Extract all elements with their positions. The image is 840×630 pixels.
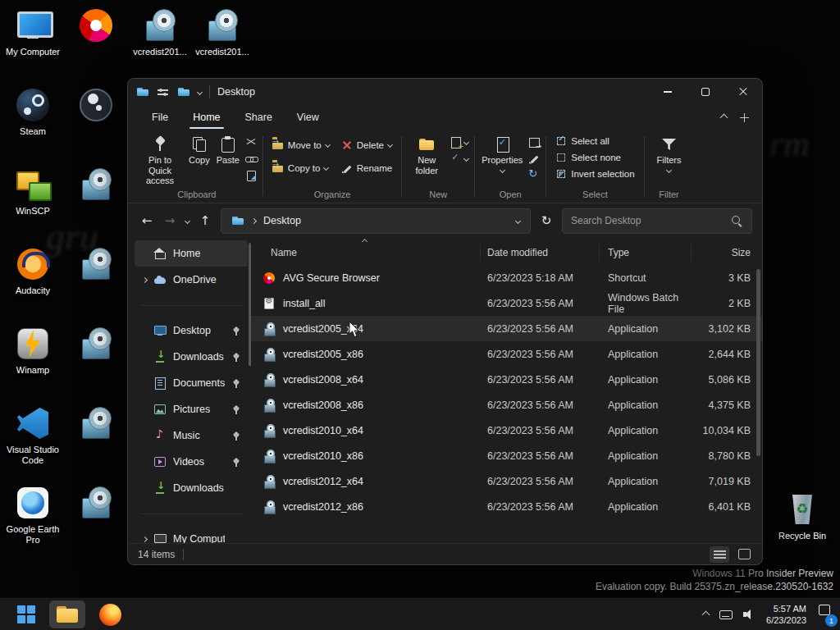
file-row[interactable]: vcredist2008_x64 6/23/2023 5:56 AM Appli… <box>251 367 762 392</box>
file-row[interactable]: vcredist2008_x86 6/23/2023 5:56 AM Appli… <box>251 392 762 418</box>
file-row[interactable]: vcredist2012_x64 6/23/2023 5:56 AM Appli… <box>251 468 762 494</box>
forward-button[interactable]: → <box>162 213 177 228</box>
sidebar-item[interactable]: OneDrive <box>135 267 248 293</box>
desktop-icon[interactable]: Visual Studio Code <box>2 401 64 481</box>
thumbnails-view-button[interactable] <box>734 546 754 563</box>
file-list-scrollbar[interactable] <box>756 269 760 456</box>
sidebar-item[interactable]: My Computer <box>135 526 248 543</box>
file-row[interactable]: vcredist2010_x64 6/23/2023 5:56 AM Appli… <box>251 418 762 443</box>
address-bar[interactable]: Desktop <box>221 208 531 234</box>
search-icon[interactable] <box>731 215 743 227</box>
file-row[interactable]: vcredist2010_x86 6/23/2023 5:56 AM Appli… <box>251 443 762 468</box>
taskbar-file-explorer-button[interactable] <box>49 600 85 628</box>
paste-shortcut-icon[interactable] <box>245 169 257 180</box>
ribbon-tab[interactable]: File <box>139 105 180 130</box>
quick-access-chevron-icon[interactable] <box>197 89 203 94</box>
minimize-button[interactable] <box>649 79 687 105</box>
move-to-button[interactable]: Move to <box>268 135 334 155</box>
taskbar-clock[interactable]: 5:57 AM 6/23/2023 <box>766 603 806 626</box>
recycle-bin-desktop-icon[interactable]: Recycle Bin <box>771 487 833 567</box>
pin-to-quick-access-button[interactable]: Pin to Quick access <box>135 132 185 188</box>
speaker-icon[interactable] <box>743 609 756 620</box>
up-button[interactable]: ↑ <box>198 213 212 228</box>
desktop-icon[interactable] <box>65 242 127 322</box>
refresh-button[interactable]: ↻ <box>539 213 554 228</box>
filters-button[interactable]: Filters <box>648 132 691 174</box>
desktop-icon[interactable] <box>65 322 127 401</box>
delete-button[interactable]: Delete <box>337 135 396 155</box>
close-button[interactable] <box>724 79 762 105</box>
desktop-icon[interactable] <box>65 3 127 83</box>
tray-overflow-chevron-icon[interactable] <box>702 610 710 619</box>
desktop-icon[interactable] <box>65 401 127 481</box>
rename-button[interactable]: Rename <box>337 158 396 178</box>
titlebar[interactable]: Desktop <box>128 79 762 105</box>
ribbon-tab[interactable]: Home <box>180 105 232 130</box>
history-icon[interactable] <box>528 169 540 180</box>
sidebar-item[interactable]: Desktop <box>135 317 248 344</box>
sidebar-item[interactable]: Home <box>135 240 248 267</box>
sidebar-item[interactable]: Downloads <box>135 344 248 370</box>
desktop-icon[interactable]: My Computer <box>2 3 64 83</box>
breadcrumb-chevron-icon[interactable] <box>251 217 257 223</box>
easy-access-button[interactable] <box>450 153 468 164</box>
file-row[interactable]: install_all 6/23/2023 5:56 AM Windows Ba… <box>251 290 762 316</box>
ribbon-tab[interactable]: View <box>285 105 331 130</box>
expand-chevron-icon[interactable] <box>142 536 148 541</box>
touch-keyboard-icon[interactable] <box>719 610 733 619</box>
desktop-icon[interactable]: Winamp <box>2 322 64 401</box>
invert-selection-button[interactable]: Invert selection <box>551 166 638 182</box>
copy-button[interactable]: Copy <box>185 132 213 167</box>
file-row[interactable]: vcredist2005_x86 6/23/2023 5:56 AM Appli… <box>251 341 762 367</box>
desktop-icon[interactable] <box>65 481 127 560</box>
address-dropdown-chevron-icon[interactable] <box>515 217 521 223</box>
sidebar-item[interactable]: Pictures <box>135 396 248 422</box>
desktop-icon[interactable]: Google Earth Pro <box>2 481 64 560</box>
sidebar-item[interactable]: Videos <box>135 449 248 475</box>
notification-center-button[interactable]: 1 <box>817 604 835 625</box>
start-button[interactable] <box>10 600 43 628</box>
column-header-date-modified[interactable]: Date modified <box>481 244 600 261</box>
sidebar-item[interactable]: Downloads <box>135 475 248 501</box>
maximize-button[interactable] <box>687 79 724 105</box>
desktop-icon[interactable]: Steam <box>2 83 64 162</box>
quick-access-folder-icon[interactable] <box>177 85 190 98</box>
column-header-type[interactable]: Type <box>600 244 692 261</box>
search-input[interactable] <box>571 215 726 226</box>
new-folder-button[interactable]: New folder <box>405 132 448 177</box>
cut-icon[interactable] <box>245 136 257 148</box>
copy-path-icon[interactable] <box>245 153 257 164</box>
desktop-icon[interactable]: vcredist201... <box>191 3 253 83</box>
desktop-icon[interactable]: Audacity <box>2 242 64 322</box>
column-header-size[interactable]: Size <box>692 244 762 261</box>
select-none-button[interactable]: Select none <box>551 149 638 166</box>
copy-to-button[interactable]: Copy to <box>268 158 334 178</box>
file-row[interactable]: vcredist2012_x86 6/23/2023 5:56 AM Appli… <box>251 494 762 519</box>
desktop-icon[interactable]: vcredist201... <box>129 3 191 83</box>
select-all-button[interactable]: Select all <box>551 133 638 149</box>
quick-access-toolbar-icon[interactable] <box>157 85 170 98</box>
desktop-icon[interactable]: WinSCP <box>2 162 64 242</box>
ribbon-collapse-icon[interactable] <box>720 113 728 121</box>
desktop-icon[interactable] <box>65 83 127 162</box>
taskbar-firefox-button[interactable] <box>92 600 129 628</box>
sidebar-item[interactable]: Music <box>135 422 248 449</box>
desktop-icon[interactable] <box>65 162 127 242</box>
edit-icon[interactable] <box>528 153 540 164</box>
ribbon-help-icon[interactable] <box>740 113 749 122</box>
new-item-button[interactable] <box>450 136 468 148</box>
paste-button[interactable]: Paste <box>213 132 243 167</box>
file-row[interactable]: vcredist2005_x64 6/23/2023 5:56 AM Appli… <box>251 316 762 341</box>
ribbon-tab[interactable]: Share <box>233 105 285 130</box>
properties-button[interactable]: Properties <box>478 132 526 174</box>
details-view-button[interactable] <box>710 546 729 563</box>
sidebar-scrollbar[interactable] <box>249 243 251 366</box>
sidebar-item[interactable]: Documents <box>135 370 248 396</box>
file-row[interactable]: AVG Secure Browser 6/23/2023 5:18 AM Sho… <box>251 265 762 290</box>
open-icon[interactable] <box>528 136 540 148</box>
column-header-name[interactable]: Name <box>251 244 481 261</box>
back-button[interactable]: ← <box>139 213 154 228</box>
recent-locations-chevron-icon[interactable] <box>185 217 190 223</box>
button-label: Copy to <box>288 163 321 173</box>
expand-chevron-icon[interactable] <box>142 276 148 282</box>
